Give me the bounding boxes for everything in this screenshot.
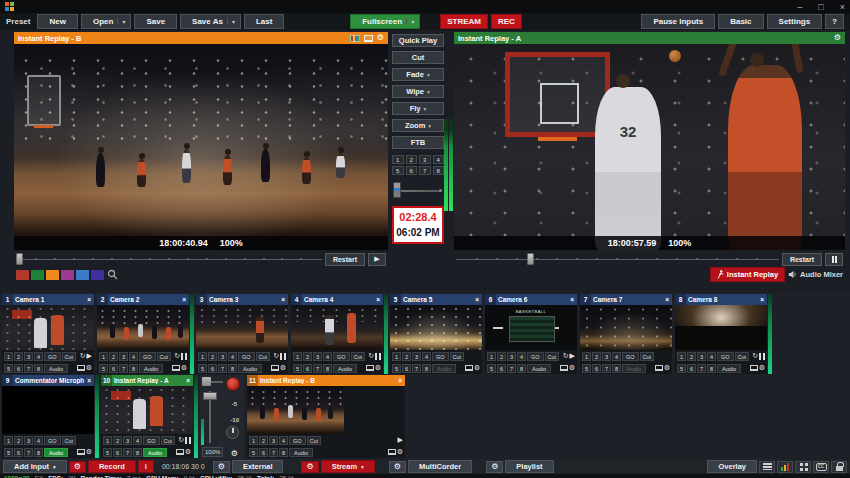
- quick-transition-button[interactable]: 1: [487, 352, 496, 361]
- gear-icon[interactable]: ⚙: [569, 364, 575, 372]
- gear-icon[interactable]: ⚙: [86, 364, 92, 372]
- quick-transition-button[interactable]: 5: [99, 364, 108, 373]
- external-settings-gear-icon[interactable]: ⚙: [213, 461, 230, 473]
- scrubber-track[interactable]: [16, 253, 322, 265]
- input-close-icon[interactable]: ×: [84, 296, 94, 303]
- input-thumbnail[interactable]: [196, 305, 288, 350]
- pause-icon[interactable]: [280, 353, 286, 360]
- transition-number-button[interactable]: 5: [392, 166, 404, 175]
- chevron-down-icon[interactable]: ▾: [227, 18, 235, 25]
- closed-captions-icon[interactable]: CC: [813, 461, 829, 473]
- multicorder-button[interactable]: MultiCorder: [408, 460, 472, 473]
- input-panel[interactable]: 8 Camera 8 × 1234GOCut↻ 5678Audio⚙: [675, 294, 767, 374]
- audio-mixer-link[interactable]: Audio Mixer: [788, 270, 843, 279]
- add-input-button[interactable]: Add Input▾: [3, 460, 67, 473]
- external-button[interactable]: External: [232, 460, 284, 473]
- quick-transition-button[interactable]: 4: [34, 352, 43, 361]
- quick-transition-button[interactable]: 3: [602, 352, 611, 361]
- chevron-down-icon[interactable]: ▾: [424, 106, 427, 112]
- pan-slider-handle[interactable]: [202, 377, 211, 386]
- rec-toggle-button[interactable]: REC: [491, 14, 522, 29]
- quick-transition-button[interactable]: 7: [24, 364, 33, 373]
- quick-transition-button[interactable]: 1: [249, 436, 258, 445]
- input-header[interactable]: 11 Instant Replay - B ×: [247, 375, 405, 386]
- quick-transition-button[interactable]: 8: [228, 364, 237, 373]
- play-icon[interactable]: ▶: [87, 352, 92, 360]
- transition-number-button[interactable]: 3: [419, 155, 431, 164]
- color-bars-icon[interactable]: [350, 35, 360, 42]
- input-header[interactable]: 10 Instant Replay - A ×: [101, 375, 193, 386]
- transition-number-button[interactable]: 6: [406, 166, 418, 175]
- input-header[interactable]: 1 Camera 1 ×: [2, 294, 94, 305]
- pause-icon[interactable]: [185, 437, 191, 444]
- fade-button[interactable]: Fade▾: [392, 68, 444, 81]
- quick-transition-button[interactable]: 2: [14, 436, 23, 445]
- quick-transition-button[interactable]: 4: [129, 352, 138, 361]
- quick-transition-button[interactable]: 1: [582, 352, 591, 361]
- quick-transition-button[interactable]: 5: [198, 364, 207, 373]
- gear-icon[interactable]: ⚙: [474, 364, 480, 372]
- zoom-button[interactable]: Zoom▾: [392, 119, 444, 132]
- playlist-button[interactable]: Playlist: [505, 460, 553, 473]
- audio-button[interactable]: Audio: [44, 448, 68, 457]
- quick-transition-button[interactable]: 7: [269, 448, 278, 457]
- quick-transition-button[interactable]: 7: [313, 364, 322, 373]
- input-header[interactable]: 5 Camera 5 ×: [390, 294, 482, 305]
- fullscreen-monitor-icon[interactable]: [77, 449, 85, 455]
- stream-settings-gear-icon[interactable]: ⚙: [301, 461, 318, 473]
- chevron-down-icon[interactable]: ▾: [406, 18, 414, 25]
- cut-button[interactable]: Cut: [62, 436, 77, 445]
- quick-transition-button[interactable]: 1: [293, 352, 302, 361]
- quick-transition-button[interactable]: 1: [392, 352, 401, 361]
- save-button[interactable]: Save: [134, 14, 177, 29]
- transition-tbar[interactable]: [392, 182, 444, 198]
- input-panel[interactable]: 2 Camera 2 × 1234GOCut↻ 5678Audio⚙: [97, 294, 189, 374]
- gear-icon[interactable]: ⚙: [759, 364, 765, 372]
- cut-button[interactable]: Cut: [157, 352, 172, 361]
- audio-button[interactable]: Audio: [622, 364, 646, 373]
- loop-icon[interactable]: ↻: [563, 352, 569, 360]
- monitor-icon[interactable]: [364, 35, 373, 42]
- audio-button[interactable]: Audio: [432, 364, 456, 373]
- instant-replay-button[interactable]: Instant Replay: [710, 267, 785, 282]
- new-button[interactable]: New: [37, 14, 77, 29]
- quick-transition-button[interactable]: 4: [422, 352, 431, 361]
- quick-transition-button[interactable]: 4: [34, 436, 43, 445]
- preview-b-header[interactable]: Instant Replay - B ⚙: [14, 32, 388, 44]
- quick-transition-button[interactable]: 7: [24, 448, 33, 457]
- input-close-icon[interactable]: ×: [84, 377, 94, 384]
- chevron-down-icon[interactable]: ▾: [53, 464, 56, 470]
- input-header[interactable]: 9 Commentator Microphone ×: [2, 375, 94, 386]
- stream-toggle-button[interactable]: STREAM: [440, 14, 488, 29]
- go-button[interactable]: GO: [527, 352, 544, 361]
- preview-a-video[interactable]: 32 18:00:57.59 100%: [454, 44, 845, 250]
- fullscreen-monitor-icon[interactable]: [388, 449, 396, 455]
- quick-transition-button[interactable]: 3: [313, 352, 322, 361]
- input-panel[interactable]: 3 Camera 3 × 1234GOCut↻ 5678Audio⚙: [196, 294, 288, 374]
- quick-transition-button[interactable]: 3: [507, 352, 516, 361]
- record-button[interactable]: Record: [88, 460, 136, 473]
- gear-icon[interactable]: ⚙: [377, 34, 384, 42]
- color-swatch[interactable]: [31, 270, 44, 280]
- go-button[interactable]: GO: [333, 352, 350, 361]
- quick-transition-button[interactable]: 6: [109, 364, 118, 373]
- pause-icon[interactable]: [759, 353, 765, 360]
- play-icon[interactable]: ▶: [570, 352, 575, 360]
- quick-transition-button[interactable]: 7: [218, 364, 227, 373]
- cut-button[interactable]: Cut: [640, 352, 655, 361]
- restart-button[interactable]: Restart: [782, 253, 822, 266]
- input-close-icon[interactable]: ×: [472, 296, 482, 303]
- input-close-icon[interactable]: ×: [567, 296, 577, 303]
- input-header[interactable]: 8 Camera 8 ×: [675, 294, 767, 305]
- quick-transition-button[interactable]: 3: [123, 436, 132, 445]
- input-thumbnail[interactable]: [2, 305, 94, 350]
- quick-transition-button[interactable]: 8: [279, 448, 288, 457]
- quick-transition-button[interactable]: 2: [208, 352, 217, 361]
- quick-transition-button[interactable]: 8: [34, 364, 43, 373]
- quick-transition-button[interactable]: 6: [259, 448, 268, 457]
- input-thumbnail[interactable]: [97, 305, 189, 350]
- tbar-handle[interactable]: [393, 182, 401, 198]
- scrubber-handle[interactable]: [527, 253, 534, 265]
- close-button[interactable]: ×: [840, 2, 845, 12]
- quick-transition-button[interactable]: 5: [293, 364, 302, 373]
